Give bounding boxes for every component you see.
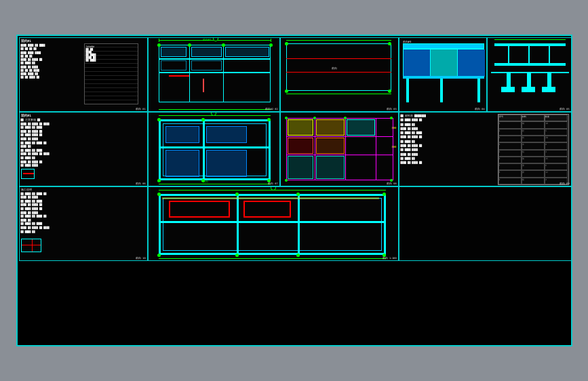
wall-h2 [159, 58, 271, 60]
panel-empty: FIr ITI [399, 186, 572, 261]
fp3-red-box-1 [169, 201, 230, 218]
panel1-footer: 前向 01 [136, 108, 145, 111]
legend-text: ██ 材料表 ████████ ██ ████ ████ ██ ██ ████ … [401, 114, 496, 165]
fp3-pt-5 [157, 254, 161, 257]
panel3-footer: 前向 03 [387, 108, 396, 111]
dim-top [286, 40, 391, 41]
fp2-pt-1 [157, 118, 161, 121]
dim-bottom [286, 94, 391, 94]
colored-elev-body [403, 49, 484, 76]
room-5 [191, 60, 222, 71]
ibeam-web-3 [549, 46, 550, 63]
tc-25: 8 [498, 170, 522, 177]
tc-4: 1 [498, 121, 522, 128]
panel1-header: 前向#1 [21, 39, 31, 43]
fp3-dim-top [159, 190, 386, 190]
fp2-room-3 [165, 150, 199, 177]
ibeam-top-flange [494, 43, 566, 46]
panel-title-block: 前向#1 ████ ████ ██ ████ ██ ██ ██ ██ ████ … [19, 37, 148, 112]
panel-notes: 前向#1 ██ 注意事项 ██ ████ ██ ████ ██ ████ ██ … [19, 112, 148, 186]
tc-13: 4 [498, 142, 522, 149]
fp3-pt-7 [296, 254, 300, 257]
spec-red-vert [32, 239, 33, 252]
panel5-footer: 前向 05 [560, 108, 569, 111]
fp2-scale-label: 前向 [203, 180, 208, 183]
north-indicator [213, 37, 218, 41]
tc-11: 砖 [522, 136, 545, 142]
struct-cell-6 [288, 156, 313, 179]
panel-legend: ██ 材料表 ████████ ██ ████ ████ ██ ██ ████ … [399, 112, 572, 186]
support-3 [477, 79, 480, 102]
room-2 [191, 47, 222, 57]
panel-floor-plan-1: 前向#2 [148, 37, 280, 112]
fp2-pt-3 [267, 118, 271, 121]
tc-12: 20 [545, 136, 568, 142]
tc-22: 7 [498, 163, 522, 170]
tc-21: 15 [545, 157, 568, 163]
dim-tick-right [271, 39, 271, 42]
tc-2: 材料 [522, 115, 545, 121]
struct-h1 [286, 136, 393, 137]
colored-elev-top-bar [403, 43, 484, 49]
dim-label-top: 前向#2 [203, 38, 212, 41]
column-2 [527, 73, 531, 87]
struct-cell-7 [316, 156, 345, 179]
room-3 [225, 47, 269, 57]
dim-line-bottom [159, 109, 271, 110]
struct-cell-2 [316, 119, 345, 136]
red-element-2 [203, 79, 204, 92]
corner-dot-br [388, 89, 391, 93]
sp5 [285, 179, 288, 182]
panel-structural: 300 300 前向 08 [280, 112, 399, 186]
panel6-footer: 前向 06 [136, 182, 145, 185]
struct-h2 [286, 155, 393, 155]
panel9-footer: 前向 09 [560, 182, 569, 185]
elevation-outline [286, 43, 391, 91]
tc-18: 3 [545, 150, 568, 157]
support-2 [440, 79, 443, 102]
elevation-label: 前向 [332, 66, 337, 70]
ibeam-web-2 [528, 46, 530, 63]
panel1-text: ████ ████ ██ ████ ██ ██ ██ ██ ████ ████ … [21, 44, 82, 80]
corner-dot-tl [285, 42, 288, 45]
fp3-pt-2 [235, 193, 239, 196]
panel-section-view: 前向 05 [487, 37, 572, 112]
colored-elev-base [403, 76, 484, 79]
ibeam-bottom-flange [494, 63, 566, 66]
struct-v1 [315, 118, 315, 180]
panel7-footer: 前向 07 [268, 182, 277, 185]
tc-9: 5 [545, 129, 568, 136]
panel10-footer: 前向 10 [136, 257, 145, 260]
fp3-yellow-line [162, 197, 379, 199]
tc-14: 木 [522, 142, 545, 149]
sp6 [390, 179, 393, 182]
empty-content: FIr ITI [399, 187, 571, 260]
fp2-room-2 [206, 126, 247, 143]
struct-cell-3 [347, 119, 375, 136]
table-grid: 序号 材料 数量 1 钢 10 2 砼 5 3 砖 20 4 木 8 5 铝 [498, 114, 569, 185]
fp2-wall-v1 [203, 119, 205, 180]
tc-19: 6 [498, 157, 522, 163]
elev-section-1 [404, 49, 431, 77]
struct-dim-2: 300 [391, 145, 396, 148]
wall-v2 [223, 45, 224, 102]
room-1 [161, 47, 187, 57]
tc-28: 9 [498, 178, 522, 184]
red-element-1 [169, 75, 189, 77]
tc-26: 胶 [522, 170, 545, 177]
struct-v3 [376, 118, 376, 180]
foundation-3 [542, 87, 555, 92]
struct-v2 [345, 118, 346, 180]
fp2-north [211, 112, 216, 116]
fp3-dim-bottom [159, 258, 386, 259]
struct-dim-1: 300 [391, 126, 396, 129]
panel-floor-plan-3: 前向 1:100 [148, 186, 399, 261]
sp2 [313, 117, 316, 119]
elevation-ceiling-line [286, 72, 391, 73]
tc-20: 玻 [522, 157, 545, 163]
note-diagram [21, 169, 35, 179]
tc-1: 序号 [498, 115, 522, 121]
panel1-right-block: T#A#B# ██ ██ ████ ██ ████ ████ ██ ██ ███… [84, 43, 138, 104]
support-1 [406, 79, 409, 102]
spec-red-line [22, 245, 41, 245]
